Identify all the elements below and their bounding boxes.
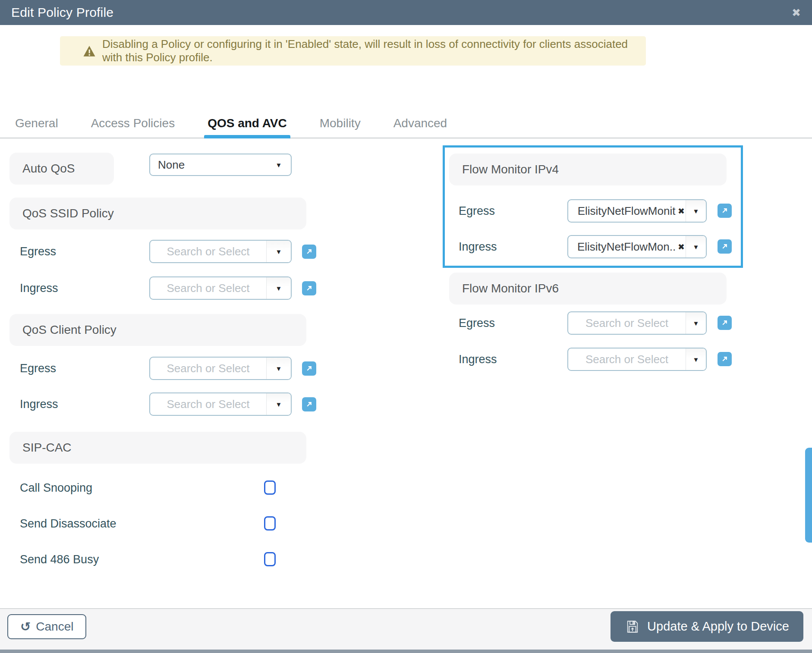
client-egress-external-link-icon[interactable] — [302, 361, 316, 376]
chevron-down-icon[interactable]: ▼ — [266, 277, 291, 299]
flow-monitor-ipv4-title: Flow Monitor IPv4 — [462, 163, 559, 176]
ssid-ingress-placeholder: Search or Select — [150, 282, 266, 295]
flow-monitor-ipv6-title: Flow Monitor IPv6 — [462, 282, 559, 295]
ipv6-egress-dropdown[interactable]: Search or Select ▼ — [567, 311, 707, 335]
tab-qos-and-avc[interactable]: QOS and AVC — [208, 109, 287, 138]
tab-mobility[interactable]: Mobility — [320, 109, 361, 138]
tab-access-policies[interactable]: Access Policies — [91, 109, 175, 138]
client-ingress-label: Ingress — [20, 392, 58, 416]
ipv4-ingress-external-link-icon[interactable] — [718, 239, 732, 254]
warning-text: Disabling a Policy or configuring it in … — [102, 38, 646, 64]
client-ingress-dropdown[interactable]: Search or Select ▼ — [149, 392, 292, 416]
client-ingress-placeholder: Search or Select — [150, 398, 266, 411]
tab-advanced[interactable]: Advanced — [393, 109, 447, 138]
edit-policy-profile-dialog: Edit Policy Profile ✖ Disabling a Policy… — [0, 0, 812, 653]
warning-banner: Disabling a Policy or configuring it in … — [60, 36, 646, 66]
qos-ssid-policy-title: QoS SSID Policy — [22, 207, 114, 220]
qos-client-policy-title: QoS Client Policy — [22, 323, 116, 337]
warning-icon — [83, 45, 96, 57]
send-486-busy-checkbox[interactable] — [264, 552, 276, 566]
auto-qos-value: None — [150, 158, 267, 172]
ipv4-egress-external-link-icon[interactable] — [718, 204, 732, 218]
dialog-titlebar: Edit Policy Profile ✖ — [0, 0, 812, 25]
call-snooping-checkbox[interactable] — [264, 480, 276, 495]
flow-monitor-ipv6-section-header: Flow Monitor IPv6 — [449, 273, 727, 305]
client-egress-label: Egress — [20, 357, 56, 380]
vertical-scrollbar-thumb[interactable] — [805, 448, 812, 543]
chevron-down-icon[interactable]: ▼ — [686, 312, 706, 334]
client-ingress-external-link-icon[interactable] — [302, 397, 316, 411]
chevron-down-icon[interactable]: ▼ — [267, 154, 291, 175]
undo-icon: ↺ — [20, 621, 31, 633]
ipv6-egress-label: Egress — [459, 311, 495, 335]
qos-client-policy-section-header: QoS Client Policy — [9, 314, 306, 346]
ssid-ingress-label: Ingress — [20, 276, 58, 300]
bottom-edge-strip — [0, 650, 812, 653]
qos-ssid-policy-section-header: QoS SSID Policy — [9, 198, 306, 229]
close-icon[interactable]: ✖ — [792, 7, 801, 18]
chevron-down-icon[interactable]: ▼ — [266, 358, 291, 379]
ipv4-ingress-dropdown[interactable]: ElisityNetFlowMon.. ✖ ▼ — [567, 235, 707, 258]
cancel-button[interactable]: ↺ Cancel — [7, 614, 86, 639]
client-egress-placeholder: Search or Select — [150, 362, 266, 375]
chevron-down-icon[interactable]: ▼ — [266, 393, 291, 415]
call-snooping-label: Call Snooping — [20, 476, 92, 499]
tab-bar: General Access Policies QOS and AVC Mobi… — [0, 109, 812, 138]
ipv4-egress-label: Egress — [459, 199, 495, 223]
tab-general[interactable]: General — [15, 109, 58, 138]
ipv6-ingress-external-link-icon[interactable] — [718, 352, 732, 366]
chevron-down-icon[interactable]: ▼ — [686, 200, 706, 222]
cancel-button-label: Cancel — [36, 620, 73, 634]
ipv4-egress-dropdown[interactable]: ElisityNetFlowMonit ✖ ▼ — [567, 199, 707, 223]
ipv4-ingress-label: Ingress — [459, 235, 497, 258]
ssid-egress-external-link-icon[interactable] — [302, 245, 316, 259]
ssid-egress-placeholder: Search or Select — [150, 245, 266, 258]
sip-cac-section-header: SIP-CAC — [9, 432, 306, 464]
auto-qos-dropdown[interactable]: None ▼ — [149, 154, 292, 176]
ipv6-ingress-placeholder: Search or Select — [568, 353, 686, 366]
client-egress-dropdown[interactable]: Search or Select ▼ — [149, 357, 292, 380]
ssid-egress-label: Egress — [20, 240, 56, 263]
save-icon — [625, 619, 640, 634]
chevron-down-icon[interactable]: ▼ — [686, 348, 706, 370]
send-disassociate-checkbox[interactable] — [264, 516, 276, 531]
ipv6-ingress-dropdown[interactable]: Search or Select ▼ — [567, 348, 707, 371]
ipv6-ingress-label: Ingress — [459, 348, 497, 371]
ipv4-ingress-clear-icon[interactable]: ✖ — [678, 243, 685, 251]
ssid-ingress-dropdown[interactable]: Search or Select ▼ — [149, 276, 292, 300]
dialog-title: Edit Policy Profile — [11, 5, 113, 20]
send-486-busy-label: Send 486 Busy — [20, 548, 99, 571]
update-apply-button[interactable]: Update & Apply to Device — [611, 611, 803, 642]
flow-monitor-ipv4-section-header: Flow Monitor IPv4 — [449, 154, 727, 185]
ipv6-egress-placeholder: Search or Select — [568, 317, 686, 330]
ssid-egress-dropdown[interactable]: Search or Select ▼ — [149, 240, 292, 263]
auto-qos-label: Auto QoS — [22, 162, 75, 176]
chevron-down-icon[interactable]: ▼ — [686, 236, 706, 257]
chevron-down-icon[interactable]: ▼ — [266, 241, 291, 262]
ipv4-ingress-value: ElisityNetFlowMon.. — [568, 240, 685, 254]
ssid-ingress-external-link-icon[interactable] — [302, 281, 316, 295]
update-apply-button-label: Update & Apply to Device — [647, 619, 789, 634]
ipv6-egress-external-link-icon[interactable] — [718, 316, 732, 330]
send-disassociate-label: Send Disassociate — [20, 512, 116, 535]
ipv4-egress-value: ElisityNetFlowMonit — [568, 204, 685, 218]
auto-qos-section-header: Auto QoS — [9, 153, 114, 185]
ipv4-egress-clear-icon[interactable]: ✖ — [678, 207, 685, 215]
sip-cac-title: SIP-CAC — [22, 441, 72, 455]
